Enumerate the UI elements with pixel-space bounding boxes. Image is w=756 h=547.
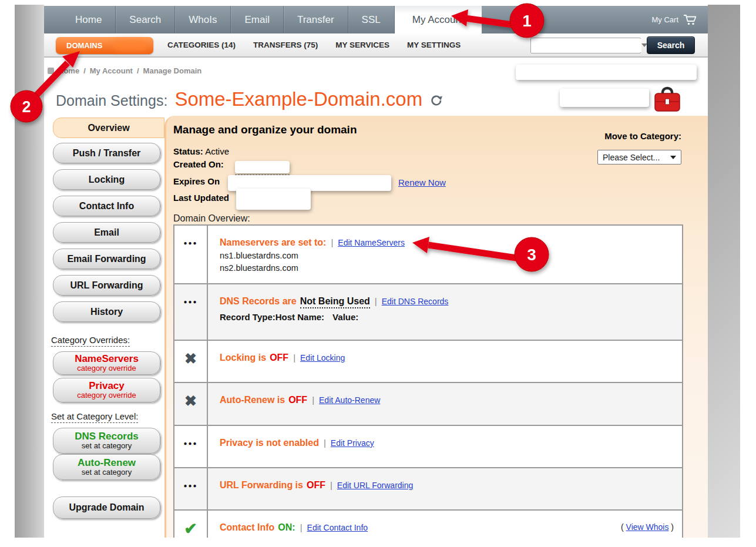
table-row-locking: ✖ Locking is OFF | Edit Locking (174, 341, 682, 383)
sidebar-tab-overview[interactable]: Overview (53, 118, 164, 138)
sidebar-tab-email[interactable]: Email (53, 222, 160, 243)
breadcrumb-my-account[interactable]: My Account (90, 66, 133, 75)
screenshot-canvas: Home Search WhoIs Email Transfer SSL My … (0, 0, 756, 547)
created-label: Created On: (173, 159, 224, 169)
row-title: Contact Info (220, 522, 274, 533)
category-overrides-heading: Category Overrides: (51, 335, 130, 347)
override-title: Privacy (89, 381, 125, 391)
breadcrumb-current: Manage Domain (143, 66, 202, 75)
value-label: Value: (332, 312, 358, 322)
separator: | (324, 438, 326, 448)
edit-contact-info-link[interactable]: Edit Contact Info (307, 523, 368, 532)
nav-tab-ssl[interactable]: SSL (348, 6, 395, 33)
subnav-my-settings[interactable]: MY SETTINGS (407, 41, 461, 49)
domain-overview-table: ●●● Nameservers are set to: | Edit NameS… (173, 224, 683, 538)
category-title: DNS Records (75, 431, 139, 442)
sidebar-tab-locking[interactable]: Locking (53, 169, 160, 190)
status-line: Status: Active (173, 146, 229, 156)
breadcrumb-home[interactable]: Home (58, 66, 79, 75)
table-row-nameservers: ●●● Nameservers are set to: | Edit NameS… (174, 226, 682, 284)
table-row-privacy: ●●● Privacy is not enabled | Edit Privac… (174, 426, 682, 468)
sidebar: Overview Push / Transfer Locking Contact… (44, 116, 164, 538)
page: Home Search WhoIs Email Transfer SSL My … (44, 6, 708, 538)
section-heading: Manage and organize your domain (173, 123, 357, 136)
sidebar-tab-push-transfer[interactable]: Push / Transfer (53, 143, 160, 163)
table-row-url-forwarding: ●●● URL Forwarding is OFF | Edit URL For… (174, 468, 682, 511)
nav-tab-whois[interactable]: WhoIs (175, 6, 231, 33)
row-title: URL Forwarding is (220, 480, 303, 491)
cart-icon (683, 14, 697, 26)
expires-label: Expires On (173, 176, 220, 186)
breadcrumb-separator: / (83, 66, 86, 75)
domain-search-combo[interactable] (530, 38, 641, 53)
view-whois-link[interactable]: View Whois (626, 522, 669, 532)
x-icon: ✖ (184, 394, 197, 425)
my-cart-button[interactable]: My Cart (652, 6, 698, 33)
renew-now-link[interactable]: Renew Now (398, 177, 446, 187)
category-title: Auto-Renew (78, 458, 136, 468)
edit-url-forwarding-link[interactable]: Edit URL Forwarding (337, 481, 413, 490)
sidebar-category-dns-records[interactable]: DNS Records set at category (53, 428, 160, 454)
subnav-transfers[interactable]: TRANSFERS (75) (253, 41, 318, 49)
separator: | (375, 296, 377, 306)
sidebar-tab-history[interactable]: History (53, 301, 160, 322)
expires-line: Expires On (173, 176, 220, 186)
page-title-domain: Some-Example-Domain.com (174, 88, 422, 110)
refresh-icon[interactable] (429, 93, 443, 108)
redacted-box (560, 89, 649, 107)
my-cart-label: My Cart (652, 15, 679, 24)
nav-tab-search[interactable]: Search (116, 6, 175, 33)
sub-navigation: DOMAINS CATEGORIES (14) TRANSFERS (75) M… (44, 33, 708, 58)
sidebar-upgrade-domain-button[interactable]: Upgrade Domain (53, 496, 160, 519)
domain-overview-label: Domain Overview: (173, 213, 250, 224)
sidebar-override-privacy[interactable]: Privacy category override (53, 378, 160, 402)
search-button[interactable]: Search (647, 36, 695, 54)
subnav-categories[interactable]: CATEGORIES (14) (167, 41, 236, 49)
separator: | (312, 395, 314, 405)
sidebar-category-auto-renew[interactable]: Auto-Renew set at category (53, 454, 160, 480)
domain-search-input[interactable] (531, 39, 641, 52)
right-gutter (708, 5, 740, 538)
edit-nameservers-link[interactable]: Edit NameServers (338, 238, 405, 247)
redacted-domain-count (113, 41, 147, 50)
nameserver-value: ns2.bluestardns.com (220, 263, 670, 273)
set-at-category-heading: Set at Category Level: (51, 411, 138, 423)
row-title: Privacy is not enabled (220, 438, 319, 448)
row-title: DNS Records are (220, 296, 297, 307)
nameserver-value: ns1.bluestardns.com (220, 251, 670, 260)
sidebar-override-nameservers[interactable]: NameServers category override (53, 351, 160, 375)
nav-tab-transfer[interactable]: Transfer (284, 6, 348, 33)
row-title: Locking is (220, 353, 266, 363)
table-row-auto-renew: ✖ Auto-Renew is OFF | Edit Auto-Renew (174, 383, 682, 426)
separator: | (293, 353, 295, 363)
edit-auto-renew-link[interactable]: Edit Auto-Renew (319, 395, 380, 405)
redacted-box (236, 189, 311, 210)
sidebar-tab-email-forwarding[interactable]: Email Forwarding (53, 249, 160, 269)
main-content: Manage and organize your domain Move to … (164, 116, 708, 538)
record-type-label: Record Type: (220, 312, 275, 322)
subnav-domains-button[interactable]: DOMAINS (56, 37, 153, 54)
edit-dns-records-link[interactable]: Edit DNS Records (382, 297, 449, 306)
status-value: Active (205, 146, 229, 156)
subnav-my-services[interactable]: MY SERVICES (335, 41, 389, 49)
nav-tab-my-account[interactable]: My Account (395, 6, 482, 33)
nav-tab-email[interactable]: Email (231, 6, 284, 33)
category-sub: set at category (82, 442, 132, 450)
row-title: Auto-Renew is (220, 395, 285, 405)
created-line: Created On: (173, 159, 224, 169)
sidebar-tab-contact-info[interactable]: Contact Info (53, 196, 160, 216)
dots-icon: ●●● (183, 440, 197, 467)
nav-tab-home[interactable]: Home (62, 6, 116, 33)
left-gutter (15, 5, 44, 538)
move-to-category-label: Move to Category: (604, 131, 681, 141)
x-icon: ✖ (184, 351, 197, 382)
updated-line: Last Updated (173, 193, 229, 203)
move-to-category-select[interactable]: Please Select... (597, 150, 681, 165)
toolbox-icon[interactable] (653, 86, 682, 115)
override-sub: category override (77, 364, 136, 373)
edit-privacy-link[interactable]: Edit Privacy (331, 438, 374, 448)
edit-locking-link[interactable]: Edit Locking (300, 353, 345, 363)
row-status: ON: (278, 522, 295, 533)
sidebar-tab-url-forwarding[interactable]: URL Forwarding (53, 275, 160, 296)
top-navigation: Home Search WhoIs Email Transfer SSL My … (44, 6, 708, 33)
